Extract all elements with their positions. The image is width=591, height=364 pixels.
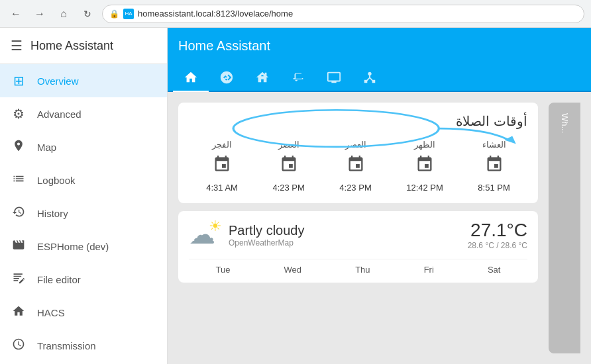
prayer-time-fajr: 8:51 PM [478, 183, 510, 193]
tab-bar [168, 64, 591, 92]
prayer-name-fajr: العشاء [482, 140, 506, 150]
sidebar-title: Home Assistant [30, 39, 113, 53]
prayer-icon-isha [213, 155, 231, 177]
esphome-icon [11, 238, 27, 255]
favicon: HA [123, 9, 134, 19]
tab-house[interactable] [244, 64, 280, 92]
prayer-times-row: الفجر 4:31 AM العصر [189, 140, 527, 193]
logbook-icon [11, 172, 27, 189]
tab-network[interactable] [352, 64, 388, 92]
home-button[interactable]: ⌂ [54, 5, 73, 23]
sidebar-label-file-editor: File editor [37, 274, 81, 285]
weather-temperature: 27.1°C [468, 220, 527, 241]
prayer-icon-maghrib [280, 155, 298, 177]
prayer-time-isha: 4:31 AM [206, 183, 238, 193]
weather-card: ☁ ☀ Partly cloudy OpenWeatherMap 27.1°C … [178, 211, 538, 283]
tab-tv[interactable] [316, 64, 352, 92]
sidebar-label-history: History [37, 208, 68, 219]
weather-condition: Partly cloudy [229, 223, 460, 238]
history-icon [11, 205, 27, 222]
weather-source: OpenWeatherMap [229, 238, 460, 248]
url-text: homeassistant.local:8123/lovelace/home [138, 9, 293, 19]
sidebar-item-hacs[interactable]: HACS [0, 296, 167, 329]
prayer-time-dhuhr: 12:42 PM [406, 183, 443, 193]
sidebar-label-advanced: Advanced [37, 109, 81, 120]
prayer-icon-asr [347, 155, 365, 177]
sidebar-label-esphome: ESPHome (dev) [37, 241, 109, 252]
prayer-card-title: أوقات الصلاة [189, 113, 527, 129]
weather-desc: Partly cloudy OpenWeatherMap [229, 223, 460, 248]
content-area: أوقات الصلاة الفجر 4:31 AM [168, 92, 591, 364]
sidebar-header: ☰ Home Assistant [0, 28, 167, 64]
weather-day-thu: Thu [355, 265, 370, 275]
transmission-icon [11, 338, 27, 354]
sun-icon: ☀ [209, 218, 222, 235]
sidebar-label-logbook: Logbook [37, 175, 76, 186]
sidebar-nav: ⊞ Overview ⚙ Advanced Map Logbook [0, 64, 167, 364]
app-header: Home Assistant [168, 28, 591, 64]
browser-chrome: ← → ⌂ ↻ 🔒 HA homeassistant.local:8123/lo… [0, 0, 591, 28]
sidebar-label-overview: Overview [37, 75, 79, 87]
weather-temp-area: 27.1°C 28.6 °C / 28.6 °C [468, 220, 527, 250]
sidebar-item-esphome[interactable]: ESPHome (dev) [0, 230, 167, 263]
prayer-icon-dhuhr [415, 155, 434, 177]
back-button[interactable]: ← [7, 5, 25, 23]
sidebar-item-logbook[interactable]: Logbook [0, 163, 167, 197]
refresh-button[interactable]: ↻ [78, 5, 97, 23]
lock-icon: 🔒 [109, 9, 119, 19]
prayer-name-maghrib: العصر [278, 140, 299, 150]
prayer-name-isha: الفجر [212, 140, 232, 150]
address-bar[interactable]: 🔒 HA homeassistant.local:8123/lovelace/h… [102, 5, 584, 23]
weather-days: Tue Wed Thu Fri Sat [189, 259, 527, 275]
prayer-item-dhuhr: الظهر 12:42 PM [406, 140, 443, 193]
prayer-name-dhuhr: الظهر [414, 140, 435, 150]
weather-day-tue: Tue [216, 265, 231, 275]
map-icon [11, 139, 27, 156]
hamburger-icon[interactable]: ☰ [11, 38, 23, 54]
prayer-item-isha: الفجر 4:31 AM [206, 140, 238, 193]
tab-person[interactable] [209, 64, 244, 92]
weather-day-sat: Sat [488, 265, 501, 275]
prayer-item-maghrib: العصر 4:23 PM [272, 140, 304, 193]
prayer-name-asr: العصر [345, 140, 366, 150]
sidebar-label-transmission: Transmission [37, 340, 96, 351]
prayer-icon-fajr [485, 155, 504, 177]
prayer-time-asr: 4:23 PM [339, 183, 371, 193]
forward-button[interactable]: → [30, 5, 49, 23]
prayer-item-asr: العصر 4:23 PM [339, 140, 371, 193]
sidebar-label-map: Map [37, 142, 56, 153]
weather-day-wed: Wed [284, 265, 302, 275]
sidebar-item-map[interactable]: Map [0, 130, 167, 163]
weather-range: 28.6 °C / 28.6 °C [468, 241, 527, 250]
prayer-time-maghrib: 4:23 PM [272, 183, 304, 193]
overview-icon: ⊞ [11, 73, 27, 89]
sidebar-label-hacs: HACS [37, 307, 65, 318]
main-content: Home Assistant [168, 28, 591, 364]
prayer-card-wrapper: أوقات الصلاة الفجر 4:31 AM [178, 103, 538, 203]
sidebar-item-file-editor[interactable]: File editor [0, 263, 167, 296]
right-panel: Wh... [549, 103, 580, 353]
sidebar-item-transmission[interactable]: Transmission [0, 329, 167, 362]
prayer-card: أوقات الصلاة الفجر 4:31 AM [178, 103, 538, 203]
tab-home[interactable] [173, 64, 209, 92]
app-container: ☰ Home Assistant ⊞ Overview ⚙ Advanced M… [0, 28, 591, 364]
sidebar: ☰ Home Assistant ⊞ Overview ⚙ Advanced M… [0, 28, 168, 364]
hacs-icon [11, 304, 27, 321]
app-header-title: Home Assistant [178, 38, 580, 54]
weather-day-fri: Fri [424, 265, 434, 275]
file-editor-icon [11, 271, 27, 288]
sidebar-item-advanced[interactable]: ⚙ Advanced [0, 97, 167, 130]
prayer-item-fajr: العشاء 8:51 PM [478, 140, 510, 193]
sidebar-item-history[interactable]: History [0, 197, 167, 230]
right-panel-text: Wh... [560, 113, 570, 133]
advanced-icon: ⚙ [11, 106, 27, 122]
weather-main: ☁ ☀ Partly cloudy OpenWeatherMap 27.1°C … [189, 219, 527, 251]
sidebar-item-overview[interactable]: ⊞ Overview [0, 64, 167, 97]
cards-column: أوقات الصلاة الفجر 4:31 AM [178, 103, 538, 353]
tab-bathtub[interactable] [280, 64, 316, 92]
weather-icon-area: ☁ ☀ [189, 219, 221, 251]
